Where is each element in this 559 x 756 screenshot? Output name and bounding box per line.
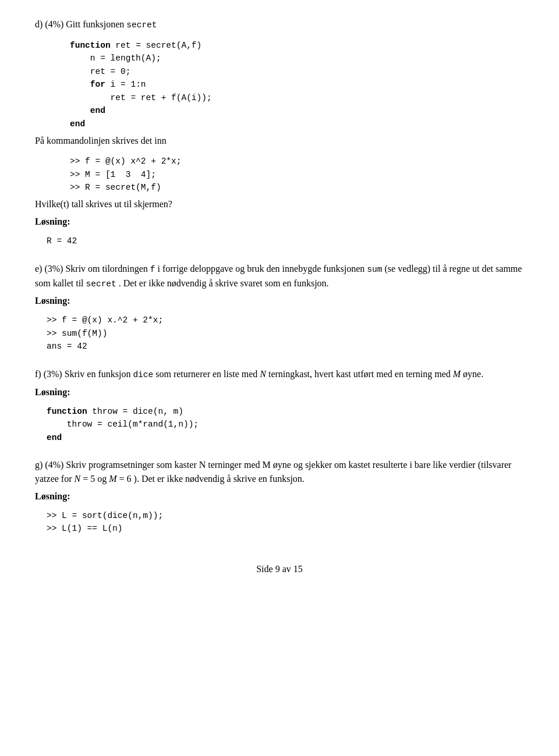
g-N-eq: N (75, 474, 81, 484)
page-content: d) (4%) Gitt funksjonen secret function … (35, 17, 524, 576)
f-heading-mid2: terningkast, hvert kast utført med en te… (268, 369, 451, 379)
g-heading-end: ). Det er ikke nødvendig å skrive en fun… (134, 474, 305, 484)
g-losning-label: Løsning: (35, 489, 524, 503)
f-losning-label: Løsning: (35, 385, 524, 399)
f-function-keyword: function (47, 407, 87, 416)
end-keyword-2: end (70, 119, 85, 129)
g-losning-code: >> L = sort(dice(n,m)); >> L(1) == L(n) (35, 506, 524, 539)
f-M-inline: M (453, 369, 461, 379)
end-keyword-1: end (90, 106, 105, 115)
e-losning-code: >> f = @(x) x.^2 + 2*x; >> sum(f(M)) ans… (35, 310, 524, 356)
d-function-name: secret (126, 20, 157, 30)
g-heading: g) (4%) Skriv programsetninger som kaste… (35, 458, 524, 486)
section-e: e) (3%) Skriv om tilordningen f i forrig… (35, 262, 524, 357)
f-heading-mid: som returnerer en liste med (155, 369, 257, 379)
d-text2: Hvilke(t) tall skrives ut til skjermen? (35, 197, 524, 211)
section-d: d) (4%) Gitt funksjonen secret function … (35, 17, 524, 251)
f-N-inline: N (260, 369, 266, 379)
e-losning-label: Løsning: (35, 294, 524, 308)
e-sum-inline: sum (367, 265, 382, 274)
page-number: Side 9 av 15 (256, 564, 303, 574)
f-heading-end: øyne. (463, 369, 483, 379)
section-g: g) (4%) Skriv programsetninger som kaste… (35, 458, 524, 539)
g-og: og (97, 474, 109, 484)
f-throw-keyword-2: throw (67, 420, 93, 429)
e-heading-prefix: e) (3%) Skriv om tilordningen (35, 264, 148, 274)
d-heading: d) (4%) Gitt funksjonen secret (35, 17, 524, 32)
g-eq2: = 6 (119, 474, 132, 484)
e-secret-inline: secret (86, 279, 116, 289)
f-heading-prefix: f) (3%) Skriv en funksjon (35, 369, 130, 379)
e-heading-mid: i forrige deloppgave og bruk den innebyg… (157, 264, 365, 274)
for-keyword: for (90, 80, 105, 89)
d-command-block: >> f = @(x) x^2 + 2*x; >> M = [1 3 4]; >… (35, 151, 524, 197)
g-M-eq: M (109, 474, 116, 484)
f-heading: f) (3%) Skriv en funksjon dice som retur… (35, 367, 524, 382)
page-footer: Side 9 av 15 (35, 562, 524, 576)
e-heading: e) (3%) Skriv om tilordningen f i forrig… (35, 262, 524, 291)
f-dice-inline: dice (133, 370, 153, 379)
d-code-block: function ret = secret(A,f) n = length(A)… (35, 36, 524, 134)
d-losning-code: R = 42 (35, 231, 524, 251)
d-heading-text: d) (4%) Gitt funksjonen (35, 19, 124, 29)
g-eq1: = 5 (83, 474, 95, 484)
e-f-inline: f (150, 265, 155, 274)
function-keyword: function (70, 41, 111, 50)
d-losning-label: Løsning: (35, 215, 524, 229)
d-text1: På kommandolinjen skrives det inn (35, 134, 524, 148)
f-losning-code: function throw = dice(n, m) throw = ceil… (35, 402, 524, 448)
f-end-keyword: end (47, 433, 62, 442)
section-f: f) (3%) Skriv en funksjon dice som retur… (35, 367, 524, 448)
e-heading-end2: . Det er ikke nødvendig å skrive svaret … (119, 278, 329, 288)
f-throw-keyword: throw (92, 407, 118, 416)
